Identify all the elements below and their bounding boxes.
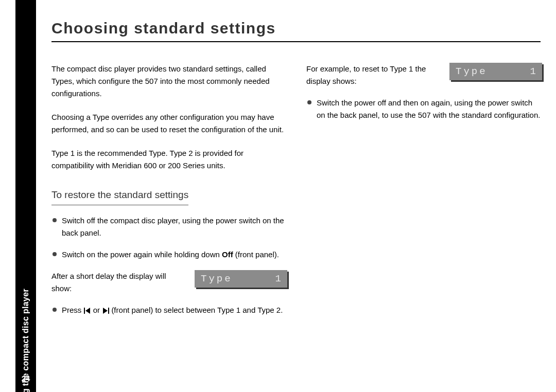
page-number: 24	[15, 374, 36, 383]
next-track-icon	[102, 308, 109, 314]
lcd-label: Type	[456, 64, 488, 79]
lcd-label: Type	[201, 271, 233, 287]
content-area: Choosing standard settings The compact d…	[51, 20, 541, 377]
press-text-mid: or	[93, 306, 102, 314]
display-example-row: For example, to reset to Type 1 the disp…	[306, 63, 541, 87]
intro-paragraph-3: Type 1 is the recommended Type. Type 2 i…	[51, 147, 286, 172]
step-text: Switch off the compact disc player, usin…	[62, 216, 284, 237]
right-column: For example, to reset to Type 1 the disp…	[306, 63, 541, 326]
display-example-row: After a short delay the display will sho…	[51, 270, 286, 295]
off-button-label: Off	[222, 250, 233, 259]
restore-steps-list: Switch off the compact disc player, usin…	[51, 215, 286, 261]
left-column: The compact disc player provides two sta…	[51, 63, 286, 326]
page-title: Choosing standard settings	[51, 20, 541, 42]
lcd-display: Type 1	[195, 270, 287, 288]
select-type-list: Press or (front panel) to select between…	[51, 304, 286, 316]
lcd-value: 1	[530, 64, 536, 79]
after-delay-text: After a short delay the display will sho…	[51, 270, 185, 295]
final-step-list: Switch the power off and then on again, …	[306, 97, 541, 121]
step-text-suffix: (front panel).	[233, 250, 279, 259]
list-item: Switch on the power again while holding …	[51, 248, 286, 261]
list-item: Press or (front panel) to select between…	[51, 304, 286, 316]
list-item: Switch off the compact disc player, usin…	[51, 215, 286, 239]
example-text: For example, to reset to Type 1 the disp…	[306, 63, 440, 87]
section-subheading: To restore the standard settings	[51, 187, 188, 205]
two-column-layout: The compact disc player provides two sta…	[51, 63, 541, 326]
intro-paragraph-2: Choosing a Type overrides any other conf…	[51, 111, 286, 136]
lcd-value: 1	[275, 271, 281, 287]
press-text-after: (front panel) to select between Type 1 a…	[111, 306, 283, 314]
press-text-before: Press	[62, 306, 84, 314]
step-text-prefix: Switch on the power again while holding …	[62, 250, 222, 259]
previous-track-icon	[84, 308, 91, 314]
lcd-display: Type 1	[449, 63, 542, 80]
final-step-text: Switch the power off and then on again, …	[317, 98, 540, 119]
list-item: Switch the power off and then on again, …	[306, 97, 541, 121]
sidebar: Configuring the compact disc player 24	[15, 0, 36, 392]
intro-paragraph-1: The compact disc player provides two sta…	[51, 63, 286, 100]
manual-page: Configuring the compact disc player 24 C…	[0, 0, 556, 392]
